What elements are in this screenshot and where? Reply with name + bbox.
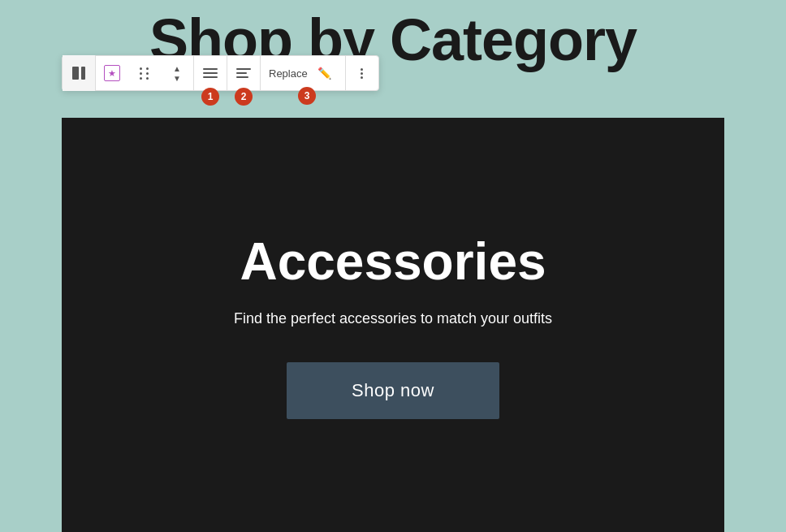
more-dots-icon [361,68,363,79]
align-full-icon [203,68,218,78]
updown-icon: ▲ ▼ [173,64,181,83]
category-block: Accessories Find the perfect accessories… [62,118,724,532]
align-left-icon [236,68,251,78]
shop-now-button[interactable]: Shop now [287,362,499,419]
category-title: Accessories [240,231,546,292]
align-full-button[interactable]: 1 [194,55,227,91]
two-panel-icon [72,67,85,80]
move-arrows-button[interactable]: ▲ ▼ [161,55,193,91]
badge-1: 1 [201,88,219,106]
category-description: Find the perfect accessories to match yo… [234,308,552,330]
more-options-button[interactable] [346,55,378,91]
star-icon: ★ [104,65,120,81]
toolbar: ★ ▲ ▼ 1 2 [62,55,379,91]
favorites-button[interactable]: ★ [96,55,128,91]
badge-2: 2 [235,88,253,106]
align-left-button[interactable]: 2 [227,55,260,91]
drag-icon [140,67,150,80]
replace-label: Replace [269,67,308,80]
two-panel-button[interactable] [63,55,95,91]
drag-button[interactable] [128,55,161,91]
edit-button[interactable]: ✏️ [313,55,337,91]
pencil-icon: ✏️ [317,67,331,80]
badge-3: 3 [298,87,316,105]
